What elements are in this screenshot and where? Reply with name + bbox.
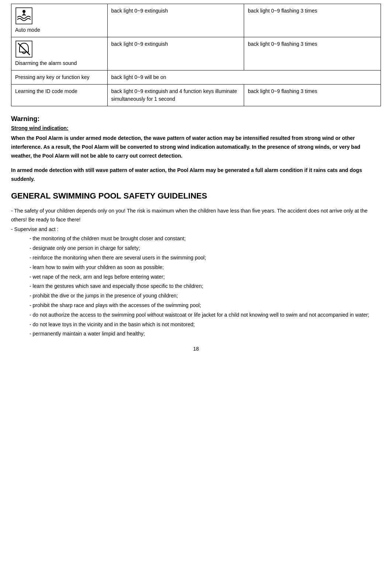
table-success-cell: back light 0~9 extinguish and 4 function… [107,85,244,106]
guidelines-item: - the monitoring of the children must be… [11,234,381,243]
guidelines-item: - learn how to swim with your children a… [11,263,381,272]
table-success-cell: back light 0~9 will be on [107,70,381,85]
guidelines-item: - The safety of your children depends on… [11,207,381,224]
guidelines-item: - designate only one person in charge fo… [11,244,381,253]
disarm-label: Disarming the alarm sound [15,59,77,67]
strong-wind-label: Strong wind indication: [11,125,381,131]
action-label: Learning the ID code mode [15,88,77,94]
auto-mode-label: Auto mode [15,26,40,34]
auto-mode-icon [15,7,33,25]
table-failure-cell: back light 0~9 flashing 3 times [244,37,381,70]
guidelines-body: - The safety of your children depends on… [11,207,381,338]
svg-point-1 [22,10,25,13]
table-action-cell: Auto mode [11,4,108,37]
guidelines-item: - reinforce the monitoring when there ar… [11,254,381,262]
guidelines-item: - Supervise and act : [11,225,381,234]
table-action-cell: Pressing any key or function key [11,70,108,85]
guidelines-title: GENERAL SWIMMING POOL SAFETY GUIDELINES [11,191,381,201]
guidelines-item: - do not leave toys in the vicinity and … [11,320,381,329]
feature-table: Auto mode back light 0~9 extinguishback … [11,4,381,106]
disarm-icon [15,40,33,58]
table-failure-cell: back light 0~9 flashing 3 times [244,85,381,106]
guidelines-section: GENERAL SWIMMING POOL SAFETY GUIDELINES … [11,191,381,338]
table-action-cell: Disarming the alarm sound [11,37,108,70]
table-failure-cell: back light 0~9 flashing 3 times [244,4,381,37]
action-label: Pressing any key or function key [15,74,90,80]
table-success-cell: back light 0~9 extinguish [107,37,244,70]
guidelines-item: - wet nape of the neck, arm and legs bef… [11,273,381,282]
guidelines-item: - do not authorize the access to the swi… [11,311,381,320]
table-action-cell: Learning the ID code mode [11,85,108,106]
warning-body1: When the Pool Alarm is under armed mode … [11,134,381,160]
warning-section: Warning: Strong wind indication: When th… [11,115,381,184]
warning-title: Warning: [11,115,381,123]
guidelines-item: - permanently maintain a water limpid an… [11,330,381,338]
guidelines-item: - learn the gestures which save and espe… [11,282,381,291]
guidelines-item: - prohibit the sharp race and plays with… [11,301,381,310]
warning-body2: In armed mode detection with still wave … [11,166,381,184]
page-number: 18 [11,346,381,352]
table-success-cell: back light 0~9 extinguish [107,4,244,37]
guidelines-item: - prohibit the dive or the jumps in the … [11,292,381,300]
